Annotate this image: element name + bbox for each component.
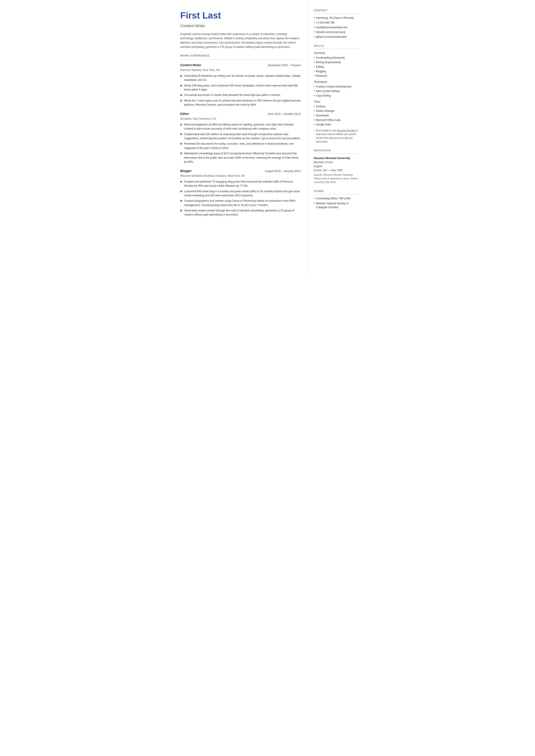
bullet-dot (180, 124, 182, 126)
bullet-3-2: Launched RW travel blog in 4 months and … (180, 189, 301, 198)
job-header-2: Editor June 2013 – October 2015 (180, 112, 301, 116)
bullet-dot (180, 181, 182, 182)
job-block-1: Content Writer November 2015 – Present R… (180, 63, 301, 107)
bullet-dot (180, 85, 182, 86)
bullet-2-4: Maintained a knowledge base of all 27 pr… (180, 152, 301, 164)
other-item-2: Member, National Society of Collegiate S… (314, 202, 359, 209)
bullet-dot (180, 190, 182, 192)
contact-item-4: linkedin.com/in/username (314, 30, 359, 34)
name: First Last (180, 9, 301, 22)
promo-before: Don't forget to use (316, 129, 337, 132)
skills-techniques-list: Creative Content Development Web Content… (314, 85, 359, 98)
bullet-dot (180, 153, 182, 154)
education-section: EDUCATION Resume Worded University Bache… (314, 149, 359, 184)
contact-item-3: email@resumeworded.com (314, 25, 359, 29)
skills-tools-category: Tools: Scrittura Adobe InDesign Grammarl… (314, 100, 359, 126)
edu-degree: Bachelor of Arts (314, 160, 359, 164)
contact-title: CONTACT (314, 9, 359, 12)
other-section: OTHER Contributing Writer, 'RW & Me'. Me… (314, 189, 359, 210)
bullet-dot (180, 94, 182, 96)
other-list: Contributing Writer, 'RW & Me'. Member, … (314, 197, 359, 209)
work-experience-title: WORK EXPERIENCE (180, 54, 301, 58)
skills-title: SKILLS (314, 44, 359, 48)
edu-school: Resume Worded University (314, 156, 359, 160)
skills-techniques-label: Techniques: (314, 80, 359, 84)
job-bullets-3: Created and published 73 engaging blog p… (180, 180, 301, 217)
job-title-3: Blogger (180, 169, 192, 173)
skill-tech-2: Web Content Writing (314, 89, 359, 93)
job-company-1: Resume Worded, New York, NY (180, 68, 301, 72)
contact-item-1: Harrisburg, PA (Open to Remote) (314, 16, 359, 20)
job-title-2: Editor (180, 112, 189, 116)
job-bullets-2: Reduced plagiarism by 89% by editing cop… (180, 123, 301, 164)
contact-item-2: +1-234-456-789 (314, 21, 359, 25)
skill-tech-2: Writing (Experienced) (314, 60, 359, 64)
job-bullets-1: Generated 2K backlinks by writing over 5… (180, 74, 301, 107)
bullet-dot (180, 143, 182, 145)
skill-tool-4: Microsoft Office Suite (314, 118, 359, 122)
skill-tech-3: Copy Editing (314, 94, 359, 98)
bullet-2-3: Reviewed 3K documents for clarity, conci… (180, 142, 301, 150)
edu-location: Boston, MA — May 2009 (314, 168, 359, 172)
job-block-3: Blogger August 2010 – January 2013 Resum… (180, 169, 301, 217)
job-block-2: Editor June 2013 – October 2015 Growthsi… (180, 112, 301, 164)
bullet-3-3: Created infographics and memes using Can… (180, 199, 301, 207)
bullet-1-1: Generated 2K backlinks by writing over 5… (180, 74, 301, 82)
other-item-1: Contributing Writer, 'RW & Me'. (314, 197, 359, 200)
job-title: Content Writer (180, 23, 301, 29)
skill-tool-1: Scrittura (314, 104, 359, 108)
bullet-dot (180, 210, 182, 211)
edu-awards: Awards: Resume Worded Teaching Fellow (o… (314, 173, 359, 184)
skill-tech-1: Creative Content Development (314, 85, 359, 89)
contact-item-5: github.com/resumeworded (314, 35, 359, 39)
other-title: OTHER (314, 189, 359, 193)
skills-technical-list: Proofreading (Advanced) Writing (Experie… (314, 56, 359, 78)
skills-technical-label: Technical: (314, 51, 359, 55)
right-column: CONTACT Harrisburg, PA (Open to Remote) … (309, 0, 365, 274)
bullet-dot (180, 75, 182, 77)
skills-techniques-category: Techniques: Creative Content Development… (314, 80, 359, 98)
skills-tools-list: Scrittura Adobe InDesign Grammarly Micro… (314, 104, 359, 126)
job-company-3: Resume Worded's Exciting Company, New Yo… (180, 174, 301, 178)
job-header-3: Blogger August 2010 – January 2013 (180, 169, 301, 173)
bullet-1-2: Wrote 189 blog posts, and conducted 505 … (180, 84, 301, 92)
job-company-2: Growthsi, San Francisco, CA (180, 117, 301, 121)
skill-tool-5: Google Suite (314, 123, 359, 126)
job-dates-3: August 2010 – January 2013 (265, 169, 300, 173)
bullet-1-3: Conceived and wrote 5 e-books that attra… (180, 93, 301, 97)
bullet-3-4: Generated unique content through the cra… (180, 209, 301, 217)
education-title: EDUCATION (314, 149, 359, 153)
skill-tech-1: Proofreading (Advanced) (314, 56, 359, 60)
skills-divider (314, 49, 359, 49)
promo-text: Don't forget to use Resume Worded to sca… (314, 129, 359, 144)
skills-tools-label: Tools: (314, 100, 359, 104)
bullet-dot (180, 133, 182, 135)
job-header-1: Content Writer November 2015 – Present (180, 63, 301, 68)
other-divider (314, 194, 359, 194)
work-divider (180, 59, 301, 60)
skill-tool-3: Grammarly (314, 114, 359, 118)
edu-block: Resume Worded University Bachelor of Art… (314, 156, 359, 184)
edu-field: English (314, 164, 359, 168)
bullet-1-4: Wrote the 7 web copies and 41 articles t… (180, 99, 301, 107)
bullet-2-2: Collaborated with 200 writers on improvi… (180, 132, 301, 141)
job-dates-1: November 2015 – Present (268, 63, 301, 68)
skills-section: SKILLS Technical: Proofreading (Advanced… (314, 44, 359, 144)
bullet-dot (180, 100, 182, 101)
promo-link[interactable]: Resume Worded (337, 129, 355, 132)
skills-technical-category: Technical: Proofreading (Advanced) Writi… (314, 51, 359, 78)
resume-page: First Last Content Writer Dogmatic and f… (171, 0, 365, 274)
education-divider (314, 154, 359, 154)
skill-tech-3: Editing (314, 65, 359, 69)
contact-section: CONTACT Harrisburg, PA (Open to Remote) … (314, 9, 359, 39)
job-title-1: Content Writer (180, 63, 201, 68)
contact-divider (314, 14, 359, 14)
bullet-dot (180, 200, 182, 202)
left-column: First Last Content Writer Dogmatic and f… (171, 0, 309, 274)
bullet-2-1: Reduced plagiarism by 89% by editing cop… (180, 123, 301, 131)
bullet-3-1: Created and published 73 engaging blog p… (180, 180, 301, 188)
job-dates-2: June 2013 – October 2015 (268, 112, 301, 116)
skill-tool-2: Adobe InDesign (314, 109, 359, 113)
contact-list: Harrisburg, PA (Open to Remote) +1-234-4… (314, 16, 359, 39)
skill-tech-4: Blogging (314, 70, 359, 73)
